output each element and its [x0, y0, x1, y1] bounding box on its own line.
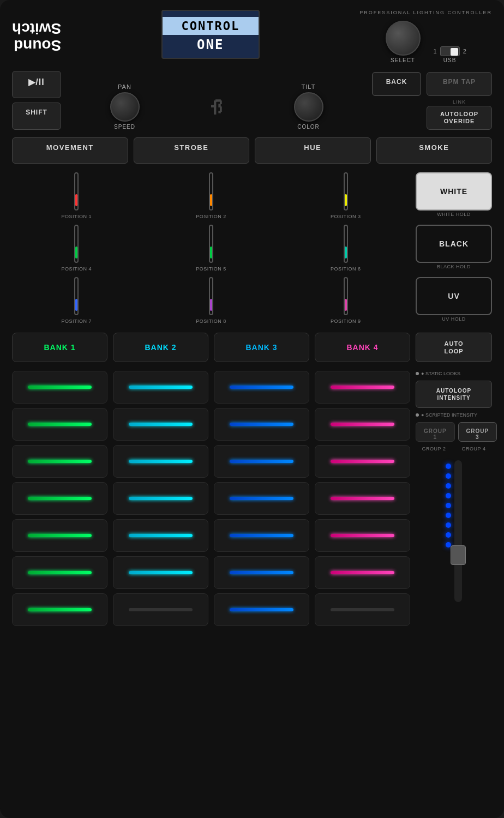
- pad-light-4-2: [331, 423, 395, 426]
- pad-2-7[interactable]: [113, 593, 208, 626]
- autoloop-intensity-button[interactable]: AUTOLOOP INTENSITY: [416, 381, 492, 408]
- group-3-button[interactable]: GROUP 3: [458, 422, 497, 442]
- white-button[interactable]: WHITE: [416, 172, 492, 210]
- hue-button[interactable]: HUE: [255, 137, 371, 164]
- pad-1-6[interactable]: [12, 556, 107, 589]
- pad-col-2: [113, 371, 208, 626]
- pad-light-2-2: [129, 423, 193, 426]
- position-8-label: POSITION 8: [196, 318, 226, 324]
- pad-light-4-3: [331, 460, 395, 463]
- pad-light-2-5: [129, 534, 193, 537]
- pad-2-1[interactable]: [113, 371, 208, 404]
- pad-2-5[interactable]: [113, 519, 208, 552]
- pad-3-7[interactable]: [214, 593, 309, 626]
- position-9-button[interactable]: [344, 277, 348, 315]
- bank-1-button[interactable]: BANK 1: [12, 333, 107, 362]
- pad-light-3-1: [230, 386, 294, 389]
- select-knob[interactable]: [386, 21, 421, 56]
- pad-4-2[interactable]: [315, 408, 410, 441]
- bpm-tap-button[interactable]: BPM TAP: [427, 72, 492, 96]
- back-button[interactable]: BACK: [372, 72, 421, 96]
- position-6-button[interactable]: [344, 225, 348, 263]
- fader-dot-7: [446, 522, 451, 528]
- play-pause-button[interactable]: ▶/II: [12, 71, 61, 98]
- auto-loop-area: AUTO LOOP: [416, 333, 492, 362]
- group-2-label: GROUP 2: [416, 446, 452, 452]
- position-3-label: POSITION 3: [331, 214, 361, 219]
- position-2-button[interactable]: [209, 172, 213, 210]
- auto-loop-button[interactable]: AUTO LOOP: [416, 333, 492, 362]
- position-4-label: POSITION 4: [62, 266, 92, 272]
- pad-light-1-3: [28, 460, 92, 463]
- pad-1-3[interactable]: [12, 445, 107, 478]
- position-3-button[interactable]: [344, 172, 348, 210]
- link-autoloop-col: LINK AUTOLOOP OVERIDE: [427, 99, 492, 130]
- pad-4-5[interactable]: [315, 519, 410, 552]
- pad-4-4[interactable]: [315, 482, 410, 515]
- pad-light-1-2: [28, 423, 92, 426]
- bank-4-button[interactable]: BANK 4: [315, 333, 410, 362]
- position-5-button[interactable]: [209, 225, 213, 263]
- pad-3-1[interactable]: [214, 371, 309, 404]
- pad-2-3[interactable]: [113, 445, 208, 478]
- pad-1-1[interactable]: [12, 371, 107, 404]
- pad-3-6[interactable]: [214, 556, 309, 589]
- pad-2-4[interactable]: [113, 482, 208, 515]
- pad-1-2[interactable]: [12, 408, 107, 441]
- link-label: LINK: [453, 99, 466, 105]
- position-1-indicator: [75, 194, 77, 206]
- black-button-group: BLACK BLACK HOLD: [416, 225, 492, 272]
- fader-thumb[interactable]: [451, 545, 466, 565]
- group-1-button[interactable]: GROUP 1: [416, 422, 455, 442]
- pad-light-3-6: [230, 571, 294, 574]
- black-button[interactable]: BLACK: [416, 225, 492, 263]
- pad-light-2-6: [129, 571, 193, 574]
- pad-2-6[interactable]: [113, 556, 208, 589]
- pan-knob[interactable]: [110, 92, 140, 122]
- pad-col-1: [12, 371, 107, 626]
- usb-switch[interactable]: [440, 46, 460, 56]
- fader-dot-1: [446, 464, 451, 469]
- bank-3-button[interactable]: BANK 3: [214, 333, 309, 362]
- pad-1-5[interactable]: [12, 519, 107, 552]
- usb-switch-row: 1 2: [434, 46, 466, 56]
- pad-1-7[interactable]: [12, 593, 107, 626]
- fader-track[interactable]: [454, 460, 462, 602]
- pad-3-3[interactable]: [214, 445, 309, 478]
- pad-light-3-5: [230, 534, 294, 537]
- pad-1-4[interactable]: [12, 482, 107, 515]
- uv-button-group: UV UV HOLD: [416, 277, 492, 324]
- white-hold-label: WHITE HOLD: [437, 212, 471, 217]
- speed-label: SPEED: [114, 124, 135, 130]
- position-6-group: POSITION 6: [281, 225, 410, 272]
- bank-2-button[interactable]: BANK 2: [113, 333, 208, 362]
- usb-label: USB: [443, 57, 457, 63]
- pad-3-4[interactable]: [214, 482, 309, 515]
- fader-dots: [446, 464, 451, 548]
- position-6-indicator: [345, 246, 347, 258]
- position-7-button[interactable]: [74, 277, 79, 315]
- smoke-button[interactable]: SMOKE: [376, 137, 493, 164]
- position-8-button[interactable]: [209, 277, 213, 315]
- position-4-button[interactable]: [74, 225, 79, 263]
- right-header: PROFESSIONAL LIGHTING CONTROLLER SELECT …: [359, 10, 492, 63]
- group-4-label: GROUP 4: [455, 446, 492, 452]
- pad-light-1-1: [28, 386, 92, 389]
- pad-3-2[interactable]: [214, 408, 309, 441]
- fader-dot-2: [446, 473, 451, 479]
- pad-4-7[interactable]: [315, 593, 410, 626]
- position-5-group: POSITION 5: [147, 225, 276, 272]
- autoloop-override-button[interactable]: AUTOLOOP OVERIDE: [427, 106, 492, 130]
- uv-button[interactable]: UV: [416, 277, 492, 315]
- shift-button[interactable]: SHIFT: [12, 103, 61, 130]
- pad-3-5[interactable]: [214, 519, 309, 552]
- tilt-knob[interactable]: [294, 92, 323, 122]
- pad-4-6[interactable]: [315, 556, 410, 589]
- strobe-button[interactable]: STROBE: [134, 137, 250, 164]
- pad-4-1[interactable]: [315, 371, 410, 404]
- position-1-button[interactable]: [74, 172, 79, 210]
- movement-button[interactable]: MOVEMENT: [12, 137, 128, 164]
- pad-2-2[interactable]: [113, 408, 208, 441]
- logo: Sound Switch: [12, 20, 61, 53]
- pad-4-3[interactable]: [315, 445, 410, 478]
